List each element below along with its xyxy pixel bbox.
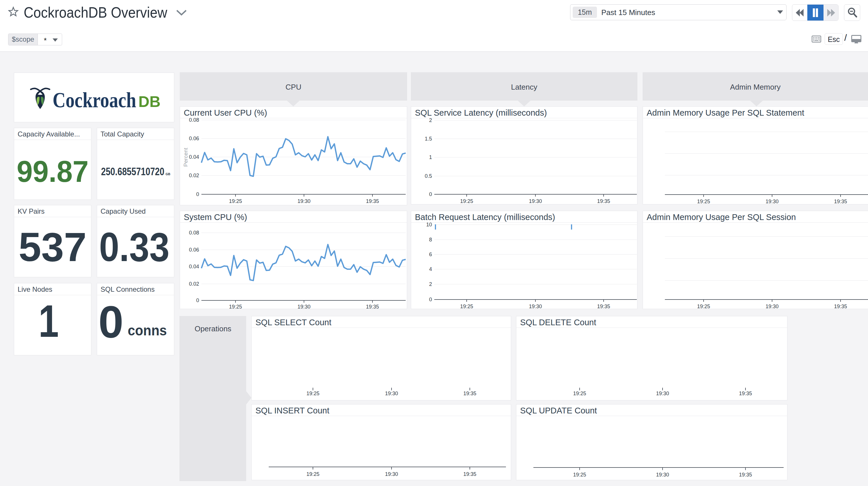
svg-text:19:30: 19:30	[529, 304, 542, 309]
svg-text:19:35: 19:35	[366, 198, 379, 204]
svg-text:19:30: 19:30	[656, 472, 669, 478]
svg-text:19:25: 19:25	[306, 471, 319, 477]
svg-text:0.08: 0.08	[189, 230, 199, 236]
svg-text:19:30: 19:30	[766, 199, 778, 204]
svg-text:0.02: 0.02	[189, 281, 199, 287]
svg-text:0: 0	[429, 297, 432, 303]
svg-text:0: 0	[429, 191, 432, 197]
svg-text:19:25: 19:25	[460, 304, 473, 309]
svg-text:19:35: 19:35	[739, 472, 752, 478]
svg-text:19:35: 19:35	[463, 471, 476, 477]
svg-text:19:25: 19:25	[460, 198, 473, 204]
svg-text:19:35: 19:35	[739, 391, 752, 396]
svg-text:8: 8	[429, 237, 432, 242]
svg-text:2: 2	[429, 281, 432, 287]
svg-text:19:30: 19:30	[766, 304, 778, 309]
svg-text:19:30: 19:30	[297, 304, 310, 309]
svg-text:19:25: 19:25	[573, 472, 586, 478]
svg-text:6: 6	[429, 252, 432, 257]
svg-text:0.04: 0.04	[189, 154, 199, 160]
svg-text:19:35: 19:35	[834, 304, 847, 309]
svg-text:0.06: 0.06	[189, 247, 199, 253]
svg-text:0.04: 0.04	[189, 264, 199, 269]
svg-text:0: 0	[196, 297, 199, 303]
svg-text:2: 2	[429, 117, 432, 123]
svg-text:19:30: 19:30	[529, 198, 542, 204]
svg-text:19:30: 19:30	[385, 471, 398, 477]
svg-text:Percent: Percent	[183, 148, 189, 167]
svg-text:19:25: 19:25	[573, 391, 586, 396]
svg-text:19:35: 19:35	[597, 304, 610, 309]
svg-text:0.06: 0.06	[189, 136, 199, 141]
svg-text:19:25: 19:25	[229, 198, 242, 204]
svg-text:19:30: 19:30	[385, 391, 398, 396]
svg-text:1.5: 1.5	[425, 136, 432, 142]
svg-text:1: 1	[429, 154, 432, 160]
svg-text:19:35: 19:35	[597, 198, 610, 204]
svg-text:19:30: 19:30	[656, 391, 669, 396]
svg-text:0.08: 0.08	[189, 117, 199, 123]
svg-text:19:35: 19:35	[463, 391, 476, 396]
svg-text:19:35: 19:35	[366, 304, 379, 309]
svg-text:19:25: 19:25	[229, 304, 242, 309]
svg-text:4: 4	[429, 266, 432, 272]
svg-text:0.5: 0.5	[425, 173, 432, 179]
svg-text:0: 0	[196, 191, 199, 197]
svg-text:19:35: 19:35	[834, 199, 847, 204]
svg-text:19:25: 19:25	[697, 304, 710, 309]
svg-text:19:25: 19:25	[697, 199, 710, 204]
svg-text:0.02: 0.02	[189, 173, 199, 178]
svg-text:19:25: 19:25	[306, 391, 319, 396]
svg-text:10: 10	[426, 222, 432, 228]
svg-text:19:30: 19:30	[297, 198, 310, 204]
